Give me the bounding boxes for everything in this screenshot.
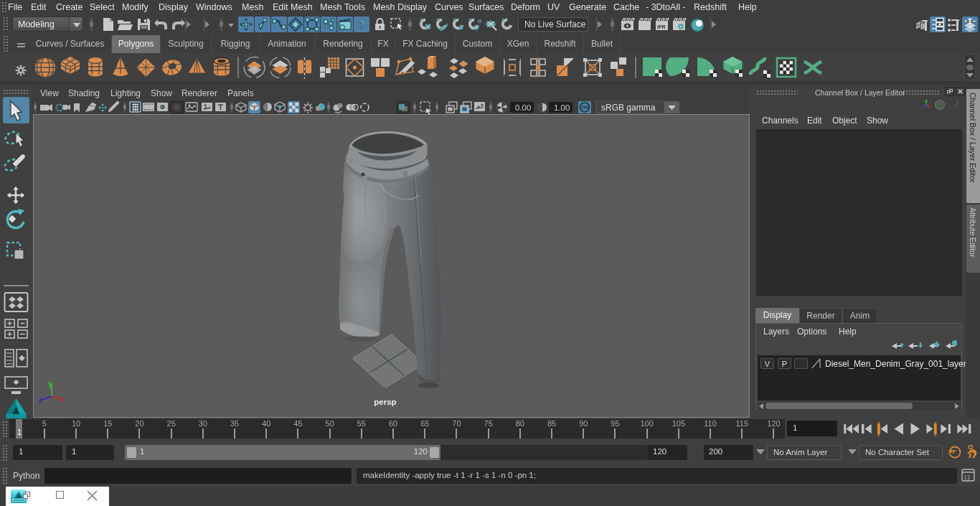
svg-text:?: ? <box>358 19 365 31</box>
svg-text:1.00: 1.00 <box>554 103 570 112</box>
svg-text:z: z <box>39 395 43 404</box>
svg-text:0.00: 0.00 <box>515 103 531 112</box>
svg-text:y: y <box>48 379 53 388</box>
svg-text:{;}: {;} <box>964 474 970 480</box>
svg-text:ON: ON <box>581 105 588 110</box>
svg-text:IPR: IPR <box>657 24 666 29</box>
svg-text:x: x <box>61 395 66 403</box>
svg-text:sRGB gamma: sRGB gamma <box>601 103 656 113</box>
svg-text:persp: persp <box>374 398 396 406</box>
